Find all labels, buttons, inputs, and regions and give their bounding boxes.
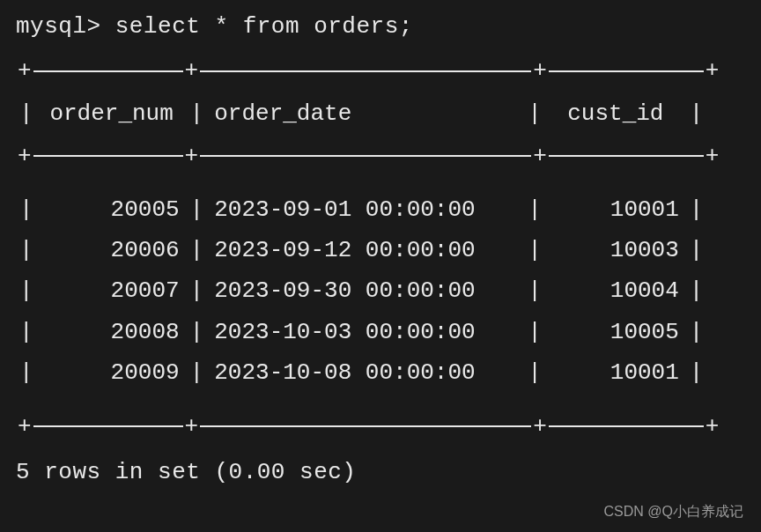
table-body: | 20005 | 2023-09-01 00:00:00 | 10001 | …: [16, 173, 745, 410]
table-row: | 20005 | 2023-09-01 00:00:00 | 10001 |: [16, 194, 745, 225]
table-border-mid: + + + +: [16, 140, 745, 172]
cell-order-num: 20009: [37, 357, 187, 388]
table-row: | 20008 | 2023-10-03 00:00:00 | 10005 |: [16, 316, 745, 348]
cell-order-num: 20007: [37, 275, 187, 307]
table-header: | order_num | order_date | cust_id |: [16, 87, 745, 140]
cell-order-date: 2023-10-08 00:00:00: [207, 357, 524, 388]
table-border-bottom: + + + +: [16, 410, 745, 442]
sql-prompt-line: mysql> select * from orders;: [16, 11, 745, 42]
table-row: | 20006 | 2023-09-12 00:00:00 | 10003 |: [16, 234, 745, 266]
cell-order-date: 2023-09-01 00:00:00: [207, 194, 524, 225]
table-row: | 20007 | 2023-09-30 00:00:00 | 10004 |: [16, 275, 745, 307]
col-header-order-date: order_date: [207, 98, 524, 129]
cell-cust-id: 10001: [545, 194, 686, 225]
cell-order-date: 2023-10-03 00:00:00: [207, 316, 524, 348]
cell-cust-id: 10001: [545, 357, 686, 388]
col-header-cust-id: cust_id: [545, 98, 686, 129]
table-border-top: + + + +: [16, 55, 745, 86]
cell-cust-id: 10005: [545, 316, 686, 348]
cell-order-date: 2023-09-12 00:00:00: [207, 234, 524, 266]
cell-cust-id: 10003: [545, 234, 686, 266]
cell-order-num: 20008: [37, 316, 187, 348]
watermark: CSDN @Q小白养成记: [604, 502, 743, 521]
cell-order-num: 20005: [37, 194, 187, 225]
col-header-order-num: order_num: [37, 98, 187, 129]
cell-cust-id: 10004: [545, 275, 686, 307]
cell-order-num: 20006: [37, 234, 187, 266]
table-row: | 20009 | 2023-10-08 00:00:00 | 10001 |: [16, 357, 745, 388]
result-summary: 5 rows in set (0.00 sec): [16, 456, 745, 488]
cell-order-date: 2023-09-30 00:00:00: [207, 275, 524, 307]
